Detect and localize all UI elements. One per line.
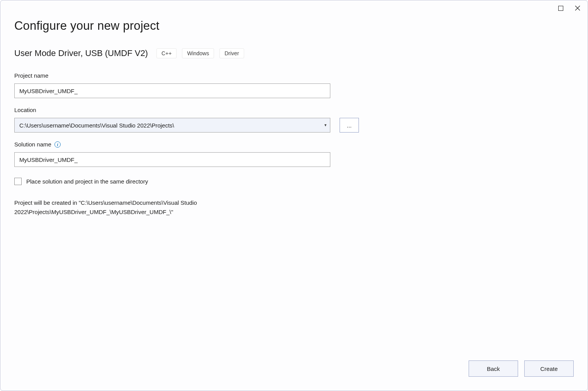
solution-name-input[interactable] [14, 152, 330, 167]
close-button[interactable] [574, 5, 581, 11]
solution-name-label: Solution name i [14, 141, 574, 148]
solution-name-label-text: Solution name [14, 141, 51, 148]
title-bar [0, 0, 588, 16]
location-row: ▼ ... [14, 118, 574, 133]
maximize-icon [558, 6, 563, 11]
dialog-window: Configure your new project User Mode Dri… [0, 0, 588, 391]
page-title: Configure your new project [14, 19, 574, 33]
path-hint: Project will be created in "C:\Users\use… [14, 198, 308, 217]
location-group: Location ▼ ... [14, 107, 574, 133]
tag-driver: Driver [219, 48, 244, 58]
tag-windows: Windows [182, 48, 214, 58]
close-icon [575, 5, 580, 11]
location-combo[interactable]: ▼ [14, 118, 330, 133]
same-directory-label: Place solution and project in the same d… [26, 178, 148, 185]
tag-cpp: C++ [156, 48, 177, 58]
dialog-footer: Back Create [0, 360, 588, 391]
browse-button[interactable]: ... [340, 118, 359, 133]
location-label: Location [14, 107, 574, 113]
back-button[interactable]: Back [469, 360, 518, 377]
create-button[interactable]: Create [524, 360, 574, 377]
template-info-row: User Mode Driver, USB (UMDF V2) C++ Wind… [14, 48, 574, 58]
project-name-label: Project name [14, 72, 574, 79]
project-name-group: Project name [14, 72, 574, 98]
project-name-input[interactable] [14, 83, 330, 98]
dialog-content: Configure your new project User Mode Dri… [0, 16, 588, 360]
tag-list: C++ Windows Driver [156, 48, 244, 58]
template-name: User Mode Driver, USB (UMDF V2) [14, 48, 148, 58]
location-input[interactable] [14, 118, 330, 133]
svg-rect-0 [558, 6, 563, 10]
solution-name-group: Solution name i [14, 141, 574, 167]
maximize-button[interactable] [557, 5, 564, 11]
same-directory-checkbox[interactable] [14, 178, 22, 185]
info-icon[interactable]: i [54, 141, 61, 148]
same-directory-row: Place solution and project in the same d… [14, 178, 574, 185]
